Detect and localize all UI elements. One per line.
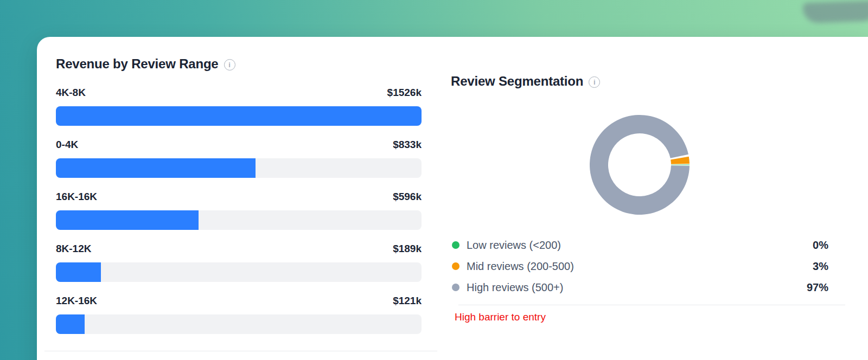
legend-label: Mid reviews (200-500) — [467, 260, 813, 273]
bar-fill — [56, 158, 256, 178]
bar-fill — [56, 262, 101, 282]
bar-fill — [56, 106, 422, 126]
bar-fill — [56, 210, 199, 230]
legend-dot — [452, 241, 459, 249]
legend-item: Mid reviews (200-500)3% — [451, 260, 828, 273]
legend-percent: 0% — [813, 239, 828, 252]
right-panel-title-row: Review Segmentation i — [451, 73, 828, 90]
legend-item: Low reviews (<200)0% — [451, 239, 828, 252]
donut-segment — [671, 157, 690, 164]
decorative-smudge — [802, 1, 868, 24]
bar-value-label: $189k — [393, 243, 422, 255]
bar-value-label: $596k — [393, 191, 422, 203]
bar-category-label: 4K-8K — [56, 87, 86, 99]
bar-row: 16K-16K$596k — [56, 191, 422, 230]
revenue-by-review-range-panel: Revenue by Review Range i 4K-8K$1526k0-4… — [37, 37, 437, 360]
legend-percent: 3% — [813, 260, 828, 273]
bar-row: 0-4K$833k — [56, 139, 422, 178]
review-segmentation-panel: Review Segmentation i Low reviews (<200)… — [437, 37, 868, 360]
bar-track — [56, 262, 422, 282]
bar-value-label: $1526k — [387, 87, 422, 99]
bar-value-label: $833k — [393, 139, 422, 151]
bar-value-label: $121k — [393, 295, 422, 307]
bar-row: 8K-12K$189k — [56, 243, 422, 282]
right-panel-divider — [458, 305, 845, 305]
bar-row: 4K-8K$1526k — [56, 87, 422, 126]
bar-category-label: 12K-16K — [56, 295, 97, 307]
legend-dot — [452, 284, 459, 291]
bar-category-label: 16K-16K — [56, 191, 97, 203]
legend-percent: 97% — [807, 281, 828, 294]
right-panel-title: Review Segmentation — [451, 73, 583, 90]
dashboard-card: Revenue by Review Range i 4K-8K$1526k0-4… — [37, 37, 868, 360]
donut-chart-svg — [588, 113, 691, 216]
bar-row-header: 8K-12K$189k — [56, 243, 422, 256]
annotation-note: High barrier to entry — [455, 311, 828, 324]
left-panel-title: Revenue by Review Range — [56, 55, 219, 73]
bar-track — [56, 210, 422, 230]
donut-legend: Low reviews (<200)0%Mid reviews (200-500… — [451, 239, 828, 294]
info-icon[interactable]: i — [589, 76, 600, 88]
left-panel-divider — [44, 351, 437, 351]
bar-row-header: 4K-8K$1526k — [56, 87, 422, 100]
bar-row-header: 0-4K$833k — [56, 139, 422, 152]
bar-fill — [56, 314, 85, 334]
bar-track — [56, 158, 422, 178]
bar-category-label: 8K-12K — [56, 243, 91, 255]
bar-category-label: 0-4K — [56, 139, 78, 151]
legend-dot — [452, 262, 459, 270]
donut-segment — [671, 164, 690, 165]
legend-item: High reviews (500+)97% — [451, 281, 828, 294]
donut-chart — [451, 113, 828, 216]
legend-label: Low reviews (<200) — [467, 239, 813, 252]
revenue-bar-chart: 4K-8K$1526k0-4K$833k16K-16K$596k8K-12K$1… — [56, 87, 422, 334]
info-icon[interactable]: i — [224, 59, 235, 70]
bar-track — [56, 314, 422, 334]
bar-row-header: 16K-16K$596k — [56, 191, 422, 204]
bar-row: 12K-16K$121k — [56, 295, 422, 334]
bar-row-header: 12K-16K$121k — [56, 295, 422, 308]
legend-label: High reviews (500+) — [467, 281, 807, 294]
left-panel-title-row: Revenue by Review Range i — [56, 55, 422, 73]
bar-track — [56, 106, 422, 126]
